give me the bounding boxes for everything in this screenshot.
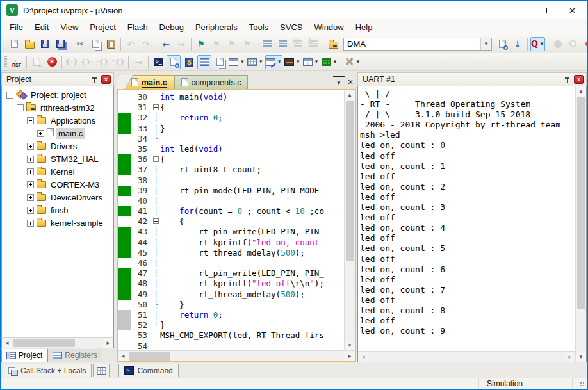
- expand-icon[interactable]: [27, 207, 34, 214]
- dropdown-arrow-icon[interactable]: ▼: [355, 59, 361, 65]
- find-in-files-doc-button[interactable]: [495, 37, 509, 51]
- minimize-button[interactable]: [500, 1, 529, 19]
- clear-bookmarks-button[interactable]: ⚑: [240, 37, 254, 51]
- tab-call-stack-locals[interactable]: Call Stack + Locals: [3, 364, 92, 377]
- expand-icon[interactable]: [27, 220, 34, 227]
- navigate-forward-button[interactable]: →: [174, 37, 188, 51]
- dropdown-arrow-icon[interactable]: ▼: [314, 59, 319, 65]
- tab-list-menu-icon[interactable]: ▼: [333, 76, 345, 88]
- fold-collapse-icon[interactable]: [153, 104, 159, 110]
- code-line-38[interactable]: 38│: [118, 175, 344, 186]
- scroll-thumb[interactable]: [13, 339, 75, 347]
- find-next-button[interactable]: ↓: [510, 37, 525, 51]
- tab-project[interactable]: Project: [1, 349, 47, 362]
- uart-hscrollbar[interactable]: ◄ ►: [358, 351, 575, 362]
- editor-hscrollbar[interactable]: ◄ ►: [118, 350, 355, 361]
- save-all-button[interactable]: [53, 37, 67, 51]
- menu-edit[interactable]: Edit: [29, 20, 54, 34]
- find-in-files-button[interactable]: [326, 37, 340, 51]
- scroll-left-icon[interactable]: ◄: [2, 338, 12, 348]
- disable-all-breakpoints-button[interactable]: [582, 37, 588, 51]
- code-line-44[interactable]: 44│ rt_kprintf("led on, count: [118, 238, 344, 248]
- code-line-39[interactable]: 39│ rt_pin_mode(LED_PIN, PIN_MODE_: [118, 186, 344, 196]
- debug-settings-button[interactable]: ▼: [344, 55, 361, 69]
- find-dropdown-button[interactable]: Q▼: [530, 37, 545, 51]
- code-line-53[interactable]: 53MSH_CMD_EXPORT(led, RT-Thread firs: [118, 330, 344, 341]
- tree-item-drivers[interactable]: Drivers: [2, 140, 113, 152]
- code-line-46[interactable]: 46│: [118, 258, 344, 268]
- copy-button[interactable]: [88, 37, 102, 51]
- code-line-31[interactable]: 31{: [118, 102, 344, 113]
- code-line-52[interactable]: 52└}: [118, 320, 344, 330]
- code-line-49[interactable]: 49│ rt_thread_mdelay(500);: [118, 289, 344, 300]
- expand-icon[interactable]: [37, 130, 44, 137]
- menu-help[interactable]: Help: [350, 20, 379, 34]
- tab-registers[interactable]: Registers: [47, 349, 102, 362]
- reset-button[interactable]: ←RST: [10, 55, 24, 69]
- collapse-icon[interactable]: [6, 92, 13, 99]
- memory-window-button[interactable]: [93, 364, 110, 377]
- dropdown-arrow-icon[interactable]: ▼: [332, 59, 338, 65]
- open-file-button[interactable]: [22, 37, 37, 51]
- code-line-40[interactable]: 40│: [118, 196, 344, 206]
- fold-collapse-icon[interactable]: [153, 156, 159, 162]
- tree-item-rtthread-stm32[interactable]: rtthread-stm32: [2, 101, 113, 114]
- close-file-icon[interactable]: ✕: [345, 76, 356, 88]
- expand-icon[interactable]: [27, 181, 34, 188]
- tree-item-project-project[interactable]: Project: project: [2, 88, 113, 101]
- search-input[interactable]: [344, 39, 480, 49]
- code-line-45[interactable]: 45│ rt_thread_mdelay(500);: [118, 248, 344, 258]
- close-button[interactable]: ✕: [558, 1, 587, 19]
- fold-collapse-icon[interactable]: [153, 218, 159, 224]
- menu-file[interactable]: File: [4, 20, 29, 34]
- memory-window-button[interactable]: ▼: [247, 55, 264, 69]
- scroll-up-icon[interactable]: ▲: [576, 86, 586, 96]
- menu-project[interactable]: Project: [84, 20, 121, 34]
- code-line-35[interactable]: 35int led(void): [118, 144, 344, 154]
- code-line-43[interactable]: 43│ rt_pin_write(LED_PIN, PIN_: [118, 227, 344, 237]
- toolbar-grip[interactable]: [4, 56, 7, 69]
- call-stack-window-button[interactable]: [213, 55, 227, 69]
- scroll-thumb[interactable]: [346, 101, 354, 261]
- code-line-41[interactable]: 41│ for(count = 0 ; count < 10 ;co: [118, 206, 344, 216]
- disassembly-window-button[interactable]: [167, 55, 181, 69]
- code-line-34[interactable]: 34└: [118, 134, 344, 144]
- dropdown-arrow-icon[interactable]: ▼: [240, 59, 245, 65]
- scroll-left-icon[interactable]: ◄: [358, 352, 368, 362]
- tree-item-stm32-hal[interactable]: STM32_HAL: [2, 152, 113, 165]
- expand-icon[interactable]: [27, 194, 34, 201]
- dropdown-arrow-icon[interactable]: ▼: [539, 41, 544, 47]
- stop-button[interactable]: ✕: [45, 55, 59, 69]
- resize-grip[interactable]: [573, 378, 587, 389]
- command-window-button[interactable]: >_: [151, 55, 165, 69]
- tree-item-applications[interactable]: Applications: [2, 114, 113, 127]
- code-line-30[interactable]: 30int main(void): [118, 92, 344, 102]
- paste-button[interactable]: [104, 37, 118, 51]
- tab-command[interactable]: > Command: [118, 364, 178, 377]
- editor-vscrollbar[interactable]: ▲ ▼: [344, 90, 355, 350]
- code-line-50[interactable]: 50├ }: [118, 300, 344, 310]
- insert-bookmark-button[interactable]: ⚑: [194, 37, 208, 51]
- expand-icon[interactable]: [27, 156, 34, 163]
- dropdown-arrow-icon[interactable]: ▼: [295, 59, 300, 65]
- menu-flash[interactable]: Flash: [122, 20, 154, 34]
- toolbox-button[interactable]: ▼: [321, 55, 338, 69]
- enable-disable-breakpoint-button[interactable]: [566, 37, 580, 51]
- scroll-down-icon[interactable]: ▼: [345, 341, 355, 350]
- system-viewer-button[interactable]: ↓▼: [302, 55, 320, 69]
- save-button[interactable]: [38, 37, 52, 51]
- menu-tools[interactable]: Tools: [243, 20, 274, 34]
- expand-icon[interactable]: [27, 168, 34, 175]
- editor-tab-components-c[interactable]: components.c: [174, 75, 249, 89]
- code-line-36[interactable]: 36{: [118, 154, 344, 165]
- menu-peripherals[interactable]: Peripherals: [190, 20, 243, 34]
- project-hscrollbar[interactable]: ◄ ►: [1, 337, 114, 348]
- maximize-button[interactable]: [529, 1, 558, 19]
- scroll-up-icon[interactable]: ▲: [345, 90, 355, 100]
- code-line-47[interactable]: 47│ rt_pin_write(LED_PIN, PIN_: [118, 268, 344, 279]
- dropdown-arrow-icon[interactable]: ▼: [258, 59, 263, 65]
- code-line-51[interactable]: 51│ return 0;: [118, 310, 344, 320]
- tree-item-finsh[interactable]: finsh: [2, 204, 113, 216]
- run-button[interactable]: ↓: [29, 55, 44, 69]
- code-line-33[interactable]: 33│}: [118, 124, 344, 134]
